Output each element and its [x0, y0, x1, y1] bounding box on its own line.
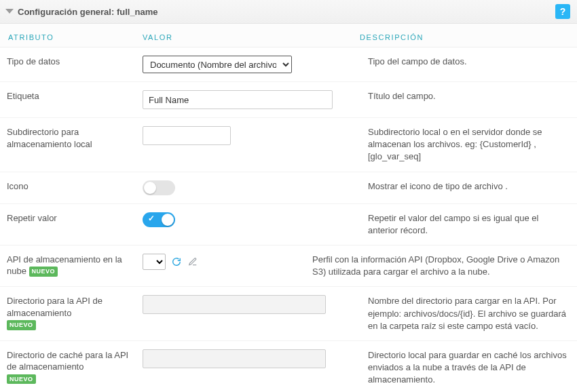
label-cache-dir: Directorio de caché para la API de almac… — [7, 349, 143, 385]
repeat-toggle[interactable] — [143, 212, 175, 227]
label-subdir: Subdirectorio para almacenamiento local — [7, 126, 143, 150]
desc-cache-dir: Directorio local para guardar en caché l… — [360, 349, 570, 387]
desc-subdir: Subdirectorio local o en el servidor don… — [360, 126, 570, 163]
data-type-select[interactable]: Documento (Nombre del archivo) — [143, 56, 292, 73]
row-data-type: Tipo de datos Documento (Nombre del arch… — [0, 47, 577, 82]
col-header-value: VALOR — [143, 33, 360, 41]
row-cloud-api: API de almacenamiento en la nube NUEVO P… — [0, 246, 577, 287]
desc-icon: Mostrar el icono de tipo de archivo . — [360, 180, 570, 193]
api-dir-input — [143, 295, 326, 314]
refresh-icon[interactable] — [171, 256, 182, 267]
edit-icon[interactable] — [187, 256, 198, 267]
badge-new: NUEVO — [7, 374, 36, 384]
label-data-type: Tipo de datos — [7, 56, 143, 68]
help-button[interactable]: ? — [555, 4, 570, 19]
row-subdir: Subdirectorio para almacenamiento local … — [0, 118, 577, 172]
row-repeat: Repetir valor Repetir el valor del campo… — [0, 204, 577, 246]
label-icono: Icono — [7, 180, 143, 193]
row-cache-dir: Directorio de caché para la API de almac… — [0, 341, 577, 392]
row-label: Etiqueta Título del campo. — [0, 82, 577, 118]
column-headers: ATRIBUTO VALOR DESCRIPCIÓN — [0, 24, 577, 47]
label-api-dir: Directorio para la API de almacenamiento… — [7, 295, 143, 331]
col-header-description: DESCRIPCIÓN — [360, 33, 570, 41]
panel-header: Configuración general: full_name ? — [0, 0, 577, 24]
badge-new: NUEVO — [7, 320, 36, 330]
row-icon: Icono Mostrar el icono de tipo de archiv… — [0, 172, 577, 204]
desc-cloud-api: Perfil con la información API (Dropbox, … — [312, 254, 570, 278]
label-repeat: Repetir valor — [7, 212, 143, 224]
panel-title: Configuración general: full_name — [18, 7, 555, 17]
icon-toggle[interactable] — [143, 180, 175, 195]
label-etiqueta: Etiqueta — [7, 90, 143, 102]
subdir-input[interactable] — [143, 126, 231, 145]
general-config-panel: Configuración general: full_name ? ATRIB… — [0, 0, 577, 392]
label-input[interactable] — [143, 90, 333, 109]
desc-repeat: Repetir el valor del campo si es igual q… — [360, 212, 570, 237]
desc-label: Título del campo. — [360, 90, 570, 102]
cache-dir-input — [143, 349, 326, 368]
col-header-attribute: ATRIBUTO — [7, 33, 143, 41]
cloud-api-select[interactable] — [143, 254, 166, 270]
desc-data-type: Tipo del campo de datos. — [360, 56, 570, 68]
desc-api-dir: Nombre del directorio para cargar en la … — [360, 295, 570, 332]
badge-new: NUEVO — [29, 267, 58, 276]
collapse-icon[interactable] — [5, 9, 14, 14]
row-api-dir: Directorio para la API de almacenamiento… — [0, 287, 577, 341]
label-cloud-api: API de almacenamiento en la nube NUEVO — [7, 254, 143, 277]
